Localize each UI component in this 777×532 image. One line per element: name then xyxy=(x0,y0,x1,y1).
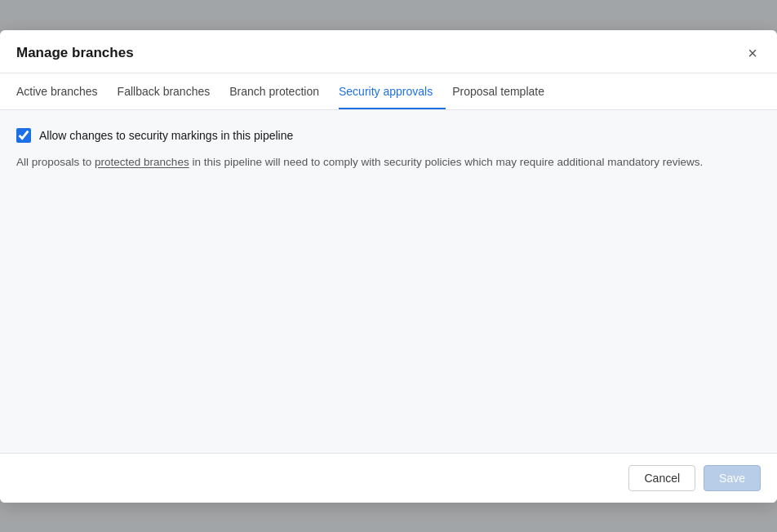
modal-body: Allow changes to security markings in th… xyxy=(0,110,777,453)
tabs-bar: Active branches Fallback branches Branch… xyxy=(0,73,777,110)
tab-fallback-branches[interactable]: Fallback branches xyxy=(118,73,224,109)
protected-branches-link[interactable]: protected branches xyxy=(95,156,189,168)
checkbox-label[interactable]: Allow changes to security markings in th… xyxy=(39,129,293,142)
modal-title: Manage branches xyxy=(16,45,134,61)
modal-overlay: Manage branches × Active branches Fallba… xyxy=(0,0,777,532)
security-approvals-checkbox[interactable] xyxy=(16,128,31,143)
description-part2: in this pipeline will need to comply wit… xyxy=(189,156,704,168)
modal-header: Manage branches × xyxy=(0,30,777,73)
tab-active-branches[interactable]: Active branches xyxy=(16,73,111,109)
tab-branch-protection[interactable]: Branch protection xyxy=(229,73,332,109)
tab-proposal-template[interactable]: Proposal template xyxy=(452,73,557,109)
description-text: All proposals to protected branches in t… xyxy=(16,154,718,171)
tab-security-approvals[interactable]: Security approvals xyxy=(339,73,446,109)
cancel-button[interactable]: Cancel xyxy=(628,465,695,491)
modal-footer: Cancel Save xyxy=(0,453,777,503)
save-button[interactable]: Save xyxy=(704,465,761,491)
modal-dialog: Manage branches × Active branches Fallba… xyxy=(0,30,777,503)
description-part1: All proposals to xyxy=(16,156,95,168)
close-button[interactable]: × xyxy=(744,43,761,63)
checkbox-row: Allow changes to security markings in th… xyxy=(16,128,761,143)
